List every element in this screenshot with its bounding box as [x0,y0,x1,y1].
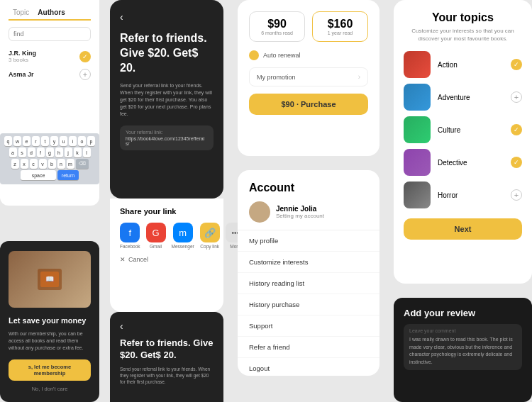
key-b[interactable]: b [48,159,56,169]
menu-customize[interactable]: Customize interests [238,252,379,273]
topics-title: Your topics [404,11,522,24]
price-1year[interactable]: $160 1 year read [312,11,368,42]
key-q[interactable]: q [4,136,12,146]
key-r[interactable]: r [32,136,40,146]
user-subtitle: Setting my account [276,213,324,219]
topics-subtitle: Customize your interests so that you can… [404,27,522,43]
menu-support[interactable]: Support [238,316,379,337]
no-care-button[interactable]: No, I don't care [9,386,91,392]
avatar [249,201,270,223]
topic-horror[interactable]: Horror + [404,182,522,208]
topic-action-img [404,51,431,78]
topic-adventure-add[interactable]: + [511,91,522,103]
key-z[interactable]: z [11,159,19,169]
topic-detective-check[interactable]: ✓ [511,157,522,168]
keyboard-row: q w e r t y u i o p [1,136,98,146]
topic-detective[interactable]: Detective ✓ [404,149,522,176]
gmail-icon: G [146,223,166,242]
copy-link-icon: 🔗 [200,223,220,242]
keyboard-row: a s d f g h j k l [1,147,98,157]
topics-panel: Your topics Customize your interests so … [394,0,532,284]
refer-description: Send your referral link to your friends.… [120,82,214,117]
refer-friends-panel-dark-2: ‹ Refer to friends. Give $20. Get$ 20. S… [110,312,223,402]
selected-icon[interactable]: ✓ [79,51,91,62]
topic-horror-add[interactable]: + [511,189,522,201]
key-k[interactable]: k [74,147,82,157]
key-h[interactable]: h [55,147,63,157]
key-i[interactable]: i [69,136,77,146]
account-panel: Account Jennie Jolia Setting my account … [238,170,379,376]
key-p[interactable]: p [87,136,95,146]
share-icons-row: f Facebook G Gmail m Messenger 🔗 Copy li… [120,223,214,249]
referral-link-value[interactable]: https://book4love.com/12345refferals/ [126,136,208,146]
share-messenger[interactable]: m Messenger [172,223,194,249]
search-input[interactable] [9,27,91,41]
refer-desc-2: Send your referral link to your friends.… [120,366,214,385]
save-money-title: Let save your money [9,316,91,325]
key-g[interactable]: g [46,147,54,157]
price-amount-1y: $160 [320,18,360,30]
keyboard: q w e r t y u i o p a s d f g h j k l z … [0,133,99,184]
key-s[interactable]: s [18,147,26,157]
tab-topic[interactable]: Topic [9,6,33,19]
facebook-label: Facebook [120,244,140,249]
review-input-area[interactable]: Leave your comment I was really drawn to… [404,324,522,370]
cancel-x-icon: ✕ [120,256,126,263]
topic-adventure[interactable]: Adventure + [404,84,522,111]
price-label-6: 6 months read [257,30,297,35]
price-6months[interactable]: $90 6 months read [249,11,305,42]
space-key[interactable]: space [21,170,56,180]
delete-key[interactable]: ⌫ [76,159,89,169]
next-button[interactable]: Next [404,218,522,240]
promo-row[interactable]: My promotion › [249,67,368,86]
key-a[interactable]: a [9,147,17,157]
menu-history-reading[interactable]: History reading list [238,273,379,294]
key-y[interactable]: y [50,136,58,146]
back-button[interactable]: ‹ [120,11,214,23]
key-u[interactable]: u [60,136,67,146]
topic-horror-name: Horror [438,191,511,199]
share-facebook[interactable]: f Facebook [120,223,140,249]
tab-authors[interactable]: Authors [33,6,69,19]
topic-culture-name: Culture [438,126,511,134]
purchase-button[interactable]: $90 · Purchase [249,94,368,115]
author-item: J.R. King 3 books ✓ [9,47,91,66]
author-name: J.R. King [9,50,36,57]
key-c[interactable]: c [30,159,38,169]
messenger-icon: m [173,223,193,242]
return-key[interactable]: return [57,170,79,180]
key-m[interactable]: m [67,159,74,169]
author-name: Asma Jr [9,71,34,78]
share-copy-link[interactable]: 🔗 Copy link [200,223,220,249]
become-membership-button[interactable]: s, let me become membership [9,359,91,381]
key-v[interactable]: v [39,159,47,169]
key-n[interactable]: n [57,159,65,169]
auto-renewal-row: Auto renewal [249,50,368,60]
gmail-label: Gmail [150,244,162,249]
menu-refer-friend[interactable]: Refer a friend [238,337,379,358]
menu-history-purchase[interactable]: History purchase [238,294,379,316]
topic-action[interactable]: Action ✓ [404,51,522,78]
auto-renewal-text: Auto renewal [263,52,301,59]
key-f[interactable]: f [37,147,45,157]
menu-logout[interactable]: Logout [238,358,379,376]
key-t[interactable]: t [41,136,49,146]
topic-action-check[interactable]: ✓ [511,59,522,70]
key-d[interactable]: d [28,147,35,157]
key-l[interactable]: l [83,147,91,157]
cancel-button[interactable]: ✕ Cancel [120,256,214,263]
back-button-2[interactable]: ‹ [120,320,214,332]
key-j[interactable]: j [65,147,72,157]
share-gmail[interactable]: G Gmail [146,223,166,249]
topic-culture-check[interactable]: ✓ [511,124,522,135]
topic-culture[interactable]: Culture ✓ [404,116,522,143]
add-author-button[interactable]: + [79,69,91,80]
key-o[interactable]: o [78,136,86,146]
key-e[interactable]: e [23,136,31,146]
price-label-1y: 1 year read [320,30,360,35]
key-w[interactable]: w [13,136,21,146]
save-money-description: With our membership, you can be access a… [9,330,91,351]
menu-my-profile[interactable]: My profile [238,230,379,252]
key-x[interactable]: x [21,159,28,169]
user-name: Jennie Jolia [276,205,324,213]
